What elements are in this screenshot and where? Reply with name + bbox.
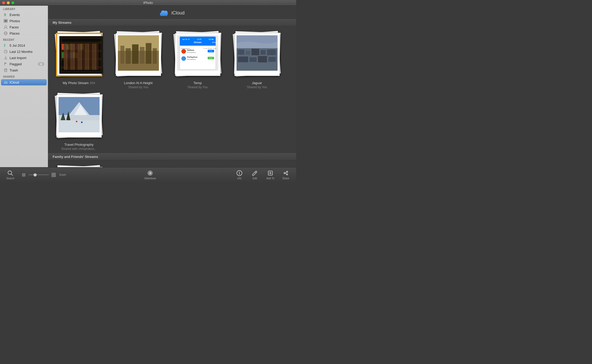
- svg-rect-78: [258, 56, 267, 62]
- sidebar-item-events[interactable]: Events: [1, 12, 47, 18]
- zoom-slider[interactable]: [28, 174, 49, 175]
- flagged-label: Flagged: [10, 62, 22, 66]
- addto-label: Add To: [266, 177, 274, 180]
- zoom-container: Zoom: [18, 172, 69, 178]
- photos-label: Photos: [10, 19, 20, 23]
- sidebar-item-trash[interactable]: Trash: [1, 67, 47, 73]
- places-label: Places: [10, 31, 20, 35]
- icloud-sidebar-icon: [4, 80, 8, 84]
- flagged-badge: 12: [38, 62, 44, 66]
- svg-text:Free: Free: [209, 57, 213, 59]
- svg-rect-31: [68, 52, 70, 58]
- svg-rect-28: [80, 44, 84, 50]
- sidebar-item-5jul2014[interactable]: 5 Jul 2014: [1, 42, 47, 48]
- svg-text:Photography: Photography: [187, 59, 196, 60]
- svg-rect-27: [78, 44, 80, 50]
- my-streams-grid: My Photo Stream 604: [48, 26, 296, 92]
- app-body: LIBRARY Events Photos: [0, 6, 296, 167]
- svg-line-99: [11, 174, 13, 175]
- photo-stack: [53, 31, 105, 79]
- share-toolbar-item[interactable]: Share: [278, 168, 294, 181]
- calendar-icon: [4, 43, 8, 47]
- slideshow-icon: [147, 170, 153, 176]
- svg-rect-76: [238, 56, 248, 62]
- window-controls[interactable]: [2, 1, 14, 4]
- photo-thumbnail-snow: [59, 97, 100, 132]
- photo-item-travel[interactable]: Travel Photography Shared with chrisprak…: [53, 93, 105, 151]
- import-icon: [4, 56, 8, 60]
- sidebar-item-faces[interactable]: Faces: [1, 24, 47, 30]
- svg-rect-19: [61, 58, 101, 60]
- titlebar-title: iPhoto: [143, 1, 153, 5]
- search-icon: [7, 170, 13, 176]
- sidebar-item-photos[interactable]: Photos: [1, 18, 47, 24]
- svg-point-57: [181, 49, 186, 54]
- search-toolbar-item[interactable]: Search: [3, 168, 18, 181]
- svg-rect-22: [64, 44, 66, 50]
- places-icon: [4, 31, 8, 35]
- svg-point-2: [5, 26, 7, 28]
- svg-rect-75: [267, 50, 276, 55]
- photo-subtitle-travel: Shared with chrisprakos...: [61, 147, 97, 151]
- events-icon: [4, 13, 8, 17]
- slideshow-label: Slideshow: [144, 177, 156, 180]
- close-button[interactable]: [2, 1, 5, 4]
- lastimport-label: Last Import: [10, 56, 26, 60]
- photo-frame-front: [56, 33, 102, 76]
- svg-rect-17: [61, 42, 101, 44]
- icloud-label: iCloud: [10, 80, 19, 84]
- photo-item-jaguar[interactable]: Jaguar Shared by You: [231, 31, 283, 89]
- svg-rect-77: [249, 57, 257, 62]
- maximize-button[interactable]: [11, 1, 14, 4]
- minimize-button[interactable]: [7, 1, 10, 4]
- svg-rect-20: [61, 66, 101, 69]
- svg-point-107: [239, 172, 240, 172]
- photo-item-london[interactable]: London At A Height Shared by You: [112, 31, 164, 89]
- sidebar-item-last12months[interactable]: Last 12 Months: [1, 48, 47, 55]
- faces-icon: [4, 25, 8, 29]
- svg-point-89: [76, 121, 77, 122]
- svg-text:iPhone: iPhone: [212, 42, 218, 43]
- sidebar-item-icloud[interactable]: iCloud: [1, 79, 47, 85]
- my-streams-header: My Streams: [48, 19, 296, 26]
- edit-icon: [252, 170, 258, 176]
- svg-rect-101: [23, 174, 25, 176]
- photo-count-my-photo-stream: 604: [90, 81, 95, 85]
- info-toolbar-item[interactable]: Info: [232, 168, 247, 181]
- svg-text:Halftone: Halftone: [187, 49, 194, 51]
- svg-rect-21: [62, 44, 64, 50]
- svg-rect-16: [62, 39, 100, 71]
- edit-toolbar-item[interactable]: Edit: [247, 168, 263, 181]
- sidebar-item-places[interactable]: Places: [1, 30, 47, 36]
- photo-name-temp: Temp: [193, 81, 202, 85]
- photo-item-temp[interactable]: ●● UK ▼ 10:05 91%■ Stream iPhone Photogr…: [172, 31, 223, 89]
- svg-rect-18: [61, 50, 101, 52]
- svg-text:• Free Dropb • Free: • Free Dropb • Free: [203, 48, 217, 49]
- photo-stack-london: [112, 31, 164, 79]
- toolbar: Search Zoom Slideshow: [0, 167, 296, 182]
- second-row-grid: Travel Photography Shared with chrisprak…: [48, 92, 296, 153]
- trash-label: Trash: [10, 68, 18, 72]
- photo-frame-front-jaguar: [234, 33, 280, 76]
- photo-item-family-1[interactable]: [53, 165, 105, 167]
- events-label: Events: [10, 13, 20, 17]
- photo-stack-travel: [53, 93, 105, 141]
- photo-name-my-photo-stream: My Photo Stream: [63, 81, 88, 85]
- addto-icon: [267, 170, 273, 176]
- last12months-label: Last 12 Months: [10, 50, 33, 54]
- zoom-large-icon: [51, 172, 57, 178]
- svg-rect-79: [268, 57, 276, 62]
- sidebar: LIBRARY Events Photos: [0, 6, 48, 167]
- slideshow-toolbar-item[interactable]: Slideshow: [141, 168, 160, 181]
- photo-frame-front-london: [116, 33, 161, 76]
- addto-toolbar-item[interactable]: Add To: [263, 168, 278, 181]
- photo-thumbnail-iphone: ●● UK ▼ 10:05 91%■ Stream iPhone Photogr…: [177, 35, 218, 71]
- sidebar-item-flagged[interactable]: Flagged 12: [1, 61, 47, 67]
- svg-text:10:05: 10:05: [197, 38, 201, 40]
- photo-item-my-photo-stream[interactable]: My Photo Stream 604: [53, 31, 105, 89]
- icloud-header-icon: [159, 9, 169, 17]
- 5jul2014-label: 5 Jul 2014: [10, 44, 25, 47]
- flag-icon: [4, 62, 8, 66]
- svg-rect-74: [261, 50, 266, 55]
- sidebar-item-lastimport[interactable]: Last Import: [1, 55, 47, 61]
